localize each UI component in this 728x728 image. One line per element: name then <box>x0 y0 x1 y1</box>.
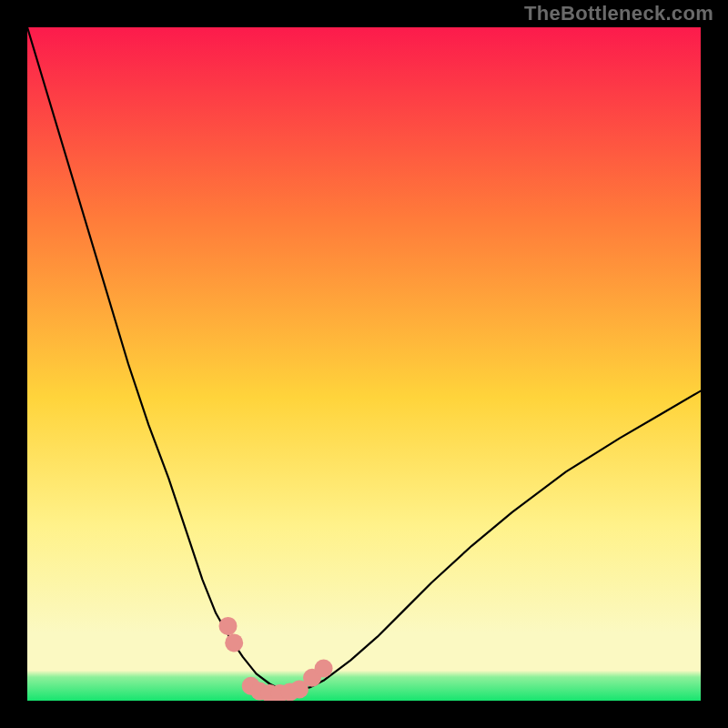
chart-container <box>27 27 701 701</box>
watermark-text: TheBottleneck.com <box>524 2 713 25</box>
bottleneck-curve-chart <box>27 27 701 701</box>
curve-marker <box>315 660 333 678</box>
page-frame: TheBottleneck.com <box>0 0 728 728</box>
curve-marker <box>225 633 243 652</box>
curve-marker <box>219 617 238 635</box>
